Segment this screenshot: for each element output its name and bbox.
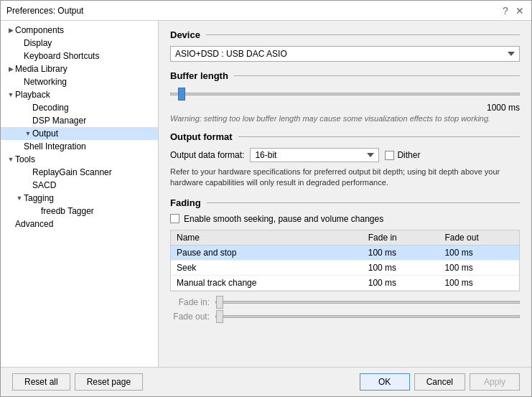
close-button[interactable]: ✕	[514, 5, 526, 17]
table-row[interactable]: Manual track change 100 ms 100 ms	[171, 275, 519, 290]
row-fade-in: 100 ms	[363, 260, 439, 275]
format-row: Output data format: 16-bit 24-bit 32-bit…	[170, 148, 520, 162]
sidebar-label-decoding: Decoding	[32, 103, 69, 113]
fade-in-slider-track[interactable]	[215, 301, 520, 304]
sidebar-item-tagging[interactable]: ▼ Tagging	[1, 192, 158, 205]
format-description: Refer to your hardware specifications fo…	[170, 167, 520, 189]
sidebar-item-display[interactable]: Display	[1, 37, 158, 50]
row-fade-in: 100 ms	[363, 245, 439, 260]
arrow-tools: ▼	[6, 155, 15, 164]
sidebar-label-tagging: Tagging	[24, 193, 54, 203]
sidebar-item-advanced[interactable]: Advanced	[1, 218, 158, 230]
fading-section: Fading Enable smooth seeking, pause and …	[170, 197, 520, 322]
arrow-tagging: ▼	[15, 194, 24, 202]
cancel-button[interactable]: Cancel	[414, 373, 465, 391]
output-format-header: Output format	[170, 131, 520, 142]
arrow-media: ▶	[6, 65, 15, 73]
format-dropdown[interactable]: 16-bit 24-bit 32-bit	[250, 148, 379, 162]
sidebar-label-freedb: freedb Tagger	[41, 206, 94, 216]
arrow-advanced	[6, 220, 15, 228]
fading-table: Name Fade in Fade out Pause and stop 100…	[171, 230, 519, 291]
col-fade-in: Fade in	[363, 230, 439, 246]
sidebar-item-decoding[interactable]: Decoding	[1, 101, 158, 114]
row-fade-out: 100 ms	[439, 260, 519, 275]
sidebar-item-keyboard-shortcuts[interactable]: Keyboard Shortcuts	[1, 50, 158, 62]
fading-enable-checkbox[interactable]	[170, 214, 179, 223]
arrow-components: ▶	[6, 26, 15, 34]
fade-in-slider-thumb[interactable]	[216, 296, 223, 309]
arrow-networking	[15, 78, 24, 86]
output-format-section: Output format Output data format: 16-bit…	[170, 131, 520, 189]
sidebar-label-components: Components	[15, 25, 64, 35]
bottom-left-buttons: Reset all Reset page	[12, 373, 143, 391]
arrow-output: ▼	[24, 129, 32, 138]
arrow-playback: ▼	[6, 90, 15, 99]
ok-button[interactable]: OK	[360, 373, 410, 391]
sidebar-label-sacd: SACD	[32, 180, 56, 190]
row-name: Seek	[171, 260, 363, 275]
fade-in-label: Fade in:	[170, 297, 210, 307]
sidebar-item-sacd[interactable]: SACD	[1, 179, 158, 192]
table-row[interactable]: Pause and stop 100 ms 100 ms	[171, 245, 519, 260]
reset-page-button[interactable]: Reset page	[75, 373, 143, 391]
sidebar-item-replaygain[interactable]: ReplayGain Scanner	[1, 166, 158, 179]
sidebar-label-advanced: Advanced	[15, 219, 53, 229]
buffer-warning: Warning: setting too low buffer length m…	[170, 114, 520, 123]
apply-button[interactable]: Apply	[470, 373, 520, 391]
sidebar-item-components[interactable]: ▶ Components	[1, 24, 158, 37]
buffer-section: Buffer length 1000 ms Warning: setting t…	[170, 70, 520, 123]
fading-enable-label: Enable smooth seeking, pause and volume …	[184, 214, 383, 224]
fading-enable-row: Enable smooth seeking, pause and volume …	[170, 214, 520, 224]
content-area: ▶ Components Display Keyboard Shortcuts …	[1, 21, 531, 367]
fading-header: Fading	[170, 197, 520, 208]
arrow-replaygain	[24, 168, 32, 177]
arrow-freedb	[32, 207, 41, 215]
fading-table-header-row: Name Fade in Fade out	[171, 230, 519, 246]
fade-in-row: Fade in:	[170, 297, 520, 307]
reset-all-button[interactable]: Reset all	[12, 373, 70, 391]
arrow-dsp	[24, 116, 32, 125]
sidebar-label-display: Display	[24, 38, 52, 48]
row-fade-out: 100 ms	[439, 245, 519, 260]
col-name: Name	[171, 230, 363, 246]
fade-out-slider-track[interactable]	[215, 315, 520, 318]
sidebar-item-dsp-manager[interactable]: DSP Manager	[1, 114, 158, 127]
help-button[interactable]: ?	[500, 5, 511, 17]
row-name: Pause and stop	[171, 245, 363, 260]
sidebar-label-dsp: DSP Manager	[32, 116, 86, 126]
sidebar-label-replaygain: ReplayGain Scanner	[32, 167, 112, 177]
sidebar: ▶ Components Display Keyboard Shortcuts …	[1, 21, 159, 367]
fading-table-container: Name Fade in Fade out Pause and stop 100…	[170, 230, 520, 291]
arrow-keyboard	[15, 52, 24, 60]
sidebar-item-output[interactable]: ▼ Output	[1, 127, 158, 140]
arrow-display	[15, 39, 24, 47]
titlebar-controls: ? ✕	[500, 5, 526, 17]
buffer-slider-thumb[interactable]	[178, 88, 185, 101]
dither-row: Dither	[385, 150, 420, 160]
sidebar-label-tools: Tools	[15, 154, 35, 164]
sidebar-label-media: Media Library	[15, 64, 67, 74]
sidebar-item-networking[interactable]: Networking	[1, 75, 158, 88]
row-fade-in: 100 ms	[363, 275, 439, 290]
arrow-sacd	[24, 181, 32, 190]
dither-checkbox[interactable]	[385, 151, 394, 160]
table-row[interactable]: Seek 100 ms 100 ms	[171, 260, 519, 275]
sidebar-item-tools[interactable]: ▼ Tools	[1, 153, 158, 166]
fade-out-row: Fade out:	[170, 312, 520, 322]
sidebar-item-media-library[interactable]: ▶ Media Library	[1, 62, 158, 75]
fade-out-slider-thumb[interactable]	[216, 310, 223, 323]
buffer-slider-track[interactable]	[170, 93, 520, 95]
sidebar-label-keyboard: Keyboard Shortcuts	[24, 51, 99, 61]
sidebar-item-freedb[interactable]: freedb Tagger	[1, 205, 158, 218]
window-title: Preferences: Output	[6, 6, 83, 16]
row-fade-out: 100 ms	[439, 275, 519, 290]
device-section: Device ASIO+DSD : USB DAC ASIO	[170, 29, 520, 70]
sidebar-label-output: Output	[32, 129, 58, 139]
sidebar-item-playback[interactable]: ▼ Playback	[1, 88, 158, 101]
buffer-value: 1000 ms	[170, 103, 520, 113]
device-dropdown[interactable]: ASIO+DSD : USB DAC ASIO	[170, 46, 520, 62]
dither-label: Dither	[397, 150, 420, 160]
sidebar-item-shell-integration[interactable]: Shell Integration	[1, 140, 158, 153]
main-panel: Device ASIO+DSD : USB DAC ASIO Buffer le…	[159, 21, 531, 367]
arrow-decoding	[24, 103, 32, 112]
